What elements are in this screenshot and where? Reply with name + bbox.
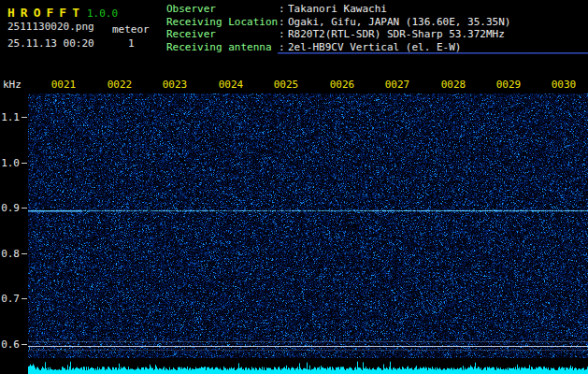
info-label: Receiving antenna xyxy=(166,41,279,54)
app-title-letter: R xyxy=(21,6,28,20)
freq-tick-mark xyxy=(22,208,27,209)
time-tick-label: 0030 xyxy=(551,79,577,91)
info-row-receiver: Receiver : R820T2(RTL-SDR) SDR-Sharp 53.… xyxy=(166,28,510,41)
time-tick-label: 0022 xyxy=(107,79,133,91)
freq-tick-mark xyxy=(22,117,27,118)
app-title-letter: O xyxy=(34,6,41,20)
info-label: Receiving Location xyxy=(166,16,279,29)
freq-tick-mark xyxy=(22,344,27,345)
freq-tick-mark xyxy=(22,163,27,164)
app-title-letter: H xyxy=(7,6,15,20)
station-info: Observer : Takanori Kawachi Receiving Lo… xyxy=(166,3,510,53)
freq-tick-mark xyxy=(22,253,27,254)
info-row-observer: Observer : Takanori Kawachi xyxy=(166,3,510,16)
header-signal-streak xyxy=(278,52,588,54)
info-row-antenna: Receiving antenna : 2el-HB9CV Vertical (… xyxy=(166,41,510,54)
info-label: Receiver xyxy=(166,28,279,41)
freq-tick-label: 0.6 xyxy=(0,338,20,351)
time-tick-label: 0024 xyxy=(218,79,244,91)
app-title-letter: F xyxy=(59,6,66,20)
freq-tick-label: 0.9 xyxy=(0,202,20,214)
meteor-count: 1 xyxy=(128,37,135,50)
time-tick-label: 0026 xyxy=(329,79,355,91)
info-value: Takanori Kawachi xyxy=(288,3,510,16)
spectrogram-canvas xyxy=(28,94,588,374)
info-value: 2el-HB9CV Vertical (el. E-W) xyxy=(288,41,510,54)
info-colon: : xyxy=(279,3,288,16)
info-colon: : xyxy=(279,28,288,41)
freq-tick-label: 0.8 xyxy=(0,248,20,260)
app-title: HROFFT1.0.0 xyxy=(7,3,118,21)
datetime-label: 25.11.13 00:20 xyxy=(7,37,94,50)
app-title-letter: F xyxy=(46,6,53,20)
info-colon: : xyxy=(279,41,288,54)
time-tick-label: 0023 xyxy=(162,79,188,91)
hrofft-output-image: HROFFT1.0.0 2511130020.png meteor 25.11.… xyxy=(0,0,588,374)
freq-unit-label: kHz xyxy=(3,79,22,91)
time-tick-label: 0028 xyxy=(440,79,466,91)
freq-tick-mark xyxy=(22,298,27,299)
info-value: Ogaki, Gifu, JAPAN (136.60E, 35.35N) xyxy=(288,16,510,29)
time-tick-label: 0027 xyxy=(384,79,410,91)
info-label: Observer xyxy=(166,3,279,16)
time-tick-label: 0029 xyxy=(495,79,522,91)
freq-tick-label: 1.1 xyxy=(0,111,20,123)
app-title-letter: T xyxy=(72,6,79,20)
time-tick-label: 0021 xyxy=(50,79,77,91)
info-row-location: Receiving Location : Ogaki, Gifu, JAPAN … xyxy=(166,16,510,29)
app-version: 1.0.0 xyxy=(87,7,118,20)
info-value: R820T2(RTL-SDR) SDR-Sharp 53.372MHz xyxy=(288,28,510,41)
freq-tick-label: 0.7 xyxy=(0,293,20,305)
mode-label: meteor xyxy=(112,23,150,36)
freq-tick-label: 1.0 xyxy=(0,157,20,169)
output-filename: 2511130020.png xyxy=(7,21,94,33)
time-tick-label: 0025 xyxy=(273,79,299,91)
info-colon: : xyxy=(279,16,288,29)
